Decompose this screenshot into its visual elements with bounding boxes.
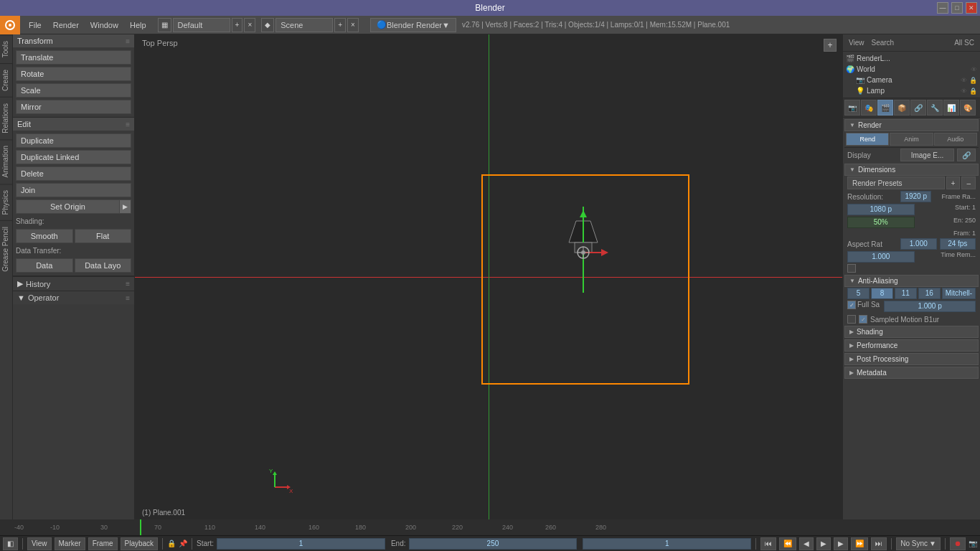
full-sample-checkbox[interactable]: ✓ bbox=[847, 301, 856, 309]
sync-mode-dropdown[interactable]: No Sync ▼ bbox=[896, 537, 941, 550]
camera-restrict-icon[interactable]: 🔒 bbox=[969, 77, 977, 84]
aa-11[interactable]: 11 bbox=[895, 288, 917, 299]
layout-icon-btn[interactable]: ▦ bbox=[158, 18, 171, 32]
world-eye-icon[interactable]: 👁 bbox=[971, 66, 977, 73]
prop-tab-modifiers[interactable]: 🔧 bbox=[927, 100, 943, 116]
scene-dropdown[interactable]: Scene bbox=[275, 18, 333, 32]
prop-tab-render-layers[interactable]: 🎭 bbox=[861, 100, 877, 116]
tree-item-lamp[interactable]: 💡 Lamp 👁 🔒 bbox=[846, 85, 977, 96]
end-frame-field[interactable]: 250 bbox=[409, 538, 578, 550]
next-keyframe-btn[interactable]: ⏩ bbox=[851, 537, 868, 550]
next-frame-btn[interactable]: ▶ bbox=[834, 537, 848, 550]
pin-icon[interactable]: 📌 bbox=[179, 540, 187, 547]
lamp-eye-icon[interactable]: 👁 bbox=[961, 88, 967, 95]
maximize-button[interactable]: □ bbox=[951, 2, 963, 14]
start-frame-field[interactable]: 1 bbox=[217, 538, 385, 550]
view-tab-btn[interactable]: View bbox=[846, 38, 867, 47]
create-tab[interactable]: Create bbox=[0, 63, 12, 97]
tree-item-renderlayer[interactable]: 🎬 RenderL... bbox=[846, 53, 977, 64]
scene-remove-btn[interactable]: × bbox=[347, 18, 359, 32]
aa-8[interactable]: 8 bbox=[871, 288, 893, 299]
timeline-editor-btn[interactable]: ◧ bbox=[3, 537, 18, 550]
aspect-x-field[interactable]: 1.000 bbox=[900, 238, 937, 250]
duplicate-button[interactable]: Duplicate bbox=[16, 133, 131, 148]
prop-tab-material[interactable]: 🎨 bbox=[960, 100, 976, 116]
tools-tab[interactable]: Tools bbox=[0, 34, 12, 63]
timeline-marker-btn[interactable]: Marker bbox=[55, 537, 85, 550]
search-tab-btn[interactable]: Search bbox=[869, 38, 897, 47]
jump-start-btn[interactable]: ⏮ bbox=[760, 537, 776, 550]
rotate-button[interactable]: Rotate bbox=[16, 67, 131, 81]
scale-button[interactable]: Scale bbox=[16, 83, 131, 98]
prop-tab-constraints[interactable]: 🔗 bbox=[910, 100, 926, 116]
jump-end-btn[interactable]: ⏭ bbox=[871, 537, 887, 550]
set-origin-arrow[interactable]: ▶ bbox=[120, 199, 131, 214]
lamp-restrict-icon[interactable]: 🔒 bbox=[969, 88, 977, 95]
smooth-button[interactable]: Smooth bbox=[16, 229, 73, 243]
tree-item-camera[interactable]: 📷 Camera 👁 🔒 bbox=[846, 75, 977, 85]
render-engine-dropdown[interactable]: 🔵 Blender Render ▼ bbox=[370, 18, 456, 32]
camera-icon[interactable]: 📷 bbox=[969, 540, 977, 547]
duplicate-linked-button[interactable]: Duplicate Linked bbox=[16, 150, 131, 164]
performance-header[interactable]: ▶ Performance bbox=[844, 339, 979, 352]
history-header[interactable]: ▶ History ≡ bbox=[13, 277, 134, 291]
framerate-field[interactable]: 24 fps bbox=[940, 238, 976, 250]
window-menu[interactable]: Window bbox=[85, 16, 124, 34]
file-menu[interactable]: File bbox=[23, 16, 47, 34]
time-rem-checkbox[interactable] bbox=[847, 264, 856, 273]
animation-tab[interactable]: Animation bbox=[0, 139, 12, 183]
aa-filter[interactable]: Mitchell- bbox=[942, 288, 976, 299]
operator-options[interactable]: ≡ bbox=[126, 294, 130, 302]
physics-tab[interactable]: Physics bbox=[0, 184, 12, 220]
aa-filter-val[interactable]: 1.000 p bbox=[884, 301, 976, 312]
prev-keyframe-btn[interactable]: ⏪ bbox=[779, 537, 796, 550]
scene-add-btn[interactable]: + bbox=[334, 18, 346, 32]
aspect-y-field[interactable]: 1.000 bbox=[847, 251, 915, 263]
lock-icon[interactable]: 🔒 bbox=[167, 540, 176, 547]
minimize-button[interactable]: — bbox=[937, 2, 948, 14]
join-button[interactable]: Join bbox=[16, 183, 131, 197]
aa-16[interactable]: 16 bbox=[918, 288, 941, 299]
transform-header[interactable]: Transform ≡ bbox=[13, 34, 134, 47]
data-button[interactable]: Data bbox=[16, 258, 73, 273]
relations-tab[interactable]: Relations bbox=[0, 97, 12, 139]
prop-tab-render[interactable]: 🎬 bbox=[877, 100, 893, 116]
image-editor-btn[interactable]: Image E... bbox=[900, 149, 954, 161]
history-options[interactable]: ≡ bbox=[126, 280, 130, 288]
render-presets-add[interactable]: + bbox=[946, 176, 961, 189]
prop-tab-object[interactable]: 📦 bbox=[894, 100, 910, 116]
display-extra-btn[interactable]: 🔗 bbox=[957, 149, 976, 161]
screen-layout-dropdown[interactable]: Default bbox=[173, 18, 230, 32]
res-y-field[interactable]: 1080 p bbox=[847, 204, 915, 215]
operator-header[interactable]: ▼ Operator ≡ bbox=[13, 291, 134, 304]
viewport[interactable]: Top Persp + bbox=[135, 34, 842, 519]
anim-tab[interactable]: Anim bbox=[890, 133, 933, 146]
current-frame-field[interactable]: 1 bbox=[583, 538, 751, 550]
screen-add-btn[interactable]: + bbox=[232, 18, 243, 32]
aa-5[interactable]: 5 bbox=[847, 288, 870, 299]
dimensions-header[interactable]: ▼ Dimensions bbox=[844, 164, 979, 176]
screen-remove-btn[interactable]: × bbox=[244, 18, 255, 32]
all-sc-btn[interactable]: All SC bbox=[951, 38, 977, 47]
mirror-button[interactable]: Mirror bbox=[16, 100, 131, 114]
timeline-frame-btn[interactable]: Frame bbox=[88, 537, 118, 550]
res-x-field[interactable]: 1920 p bbox=[900, 191, 931, 202]
render-presets-remove[interactable]: – bbox=[961, 176, 976, 189]
shading-prop-header[interactable]: ▶ Shading bbox=[844, 326, 979, 338]
post-processing-header[interactable]: ▶ Post Processing bbox=[844, 353, 979, 365]
timeline-ruler[interactable]: -40 -10 30 70 110 140 160 180 200 220 24… bbox=[0, 519, 980, 535]
prop-tab-scene[interactable]: 📷 bbox=[844, 100, 860, 116]
audio-tab[interactable]: Audio bbox=[934, 133, 977, 146]
transform-options[interactable]: ≡ bbox=[126, 37, 130, 45]
grease-pencil-tab[interactable]: Grease Pencil bbox=[0, 220, 12, 278]
prev-frame-btn[interactable]: ◀ bbox=[799, 537, 814, 550]
flat-button[interactable]: Flat bbox=[75, 229, 132, 243]
render-section-header[interactable]: ▼ Render bbox=[844, 119, 979, 131]
set-origin-button[interactable]: Set Origin bbox=[16, 199, 120, 214]
sampled-motion-checkbox[interactable] bbox=[847, 315, 856, 324]
play-btn[interactable]: ▶ bbox=[816, 537, 831, 550]
translate-button[interactable]: Translate bbox=[16, 50, 131, 65]
res-percent-field[interactable]: 50% bbox=[847, 217, 915, 228]
render-presets-btn[interactable]: Render Presets bbox=[847, 176, 945, 189]
metadata-header[interactable]: ▶ Metadata bbox=[844, 367, 979, 379]
